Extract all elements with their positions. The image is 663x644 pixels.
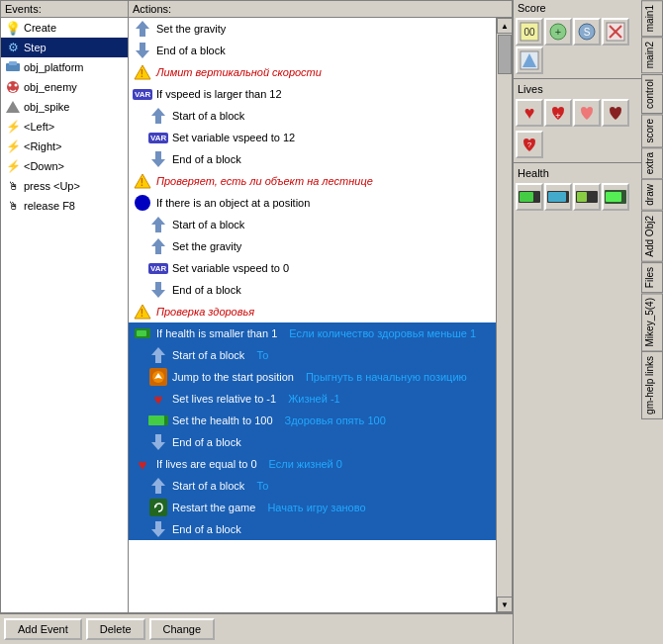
tab-extra[interactable]: extra — [641, 147, 663, 179]
action-comment-set-health: Здоровья опять 100 — [285, 414, 386, 426]
action-start-block4[interactable]: Start of a block То — [129, 475, 496, 497]
score-icon5[interactable] — [516, 46, 543, 74]
action-end-block2[interactable]: End of a block — [129, 148, 496, 170]
right-sidebar: Score 00 + S — [513, 0, 641, 644]
lives-icons-row: ♥ + — [514, 97, 641, 129]
svg-point-4 — [15, 84, 18, 87]
tab-main1[interactable]: main1 — [641, 0, 663, 37]
event-label-right: <Right> — [24, 140, 62, 152]
action-set-var-vspeed12[interactable]: VAR Set variable vspeed to 12 — [129, 127, 496, 148]
action-set-health[interactable]: Set the health to 100 Здоровья опять 100 — [129, 410, 496, 431]
circle-icon1 — [133, 193, 152, 213]
score-icons-row: 00 + S — [514, 16, 641, 76]
event-label-down: <Down> — [24, 160, 64, 172]
event-item-down[interactable]: ⚡ <Down> — [1, 156, 128, 176]
tab-score[interactable]: score — [641, 114, 663, 147]
actions-scrollbar[interactable]: ▲ ▼ — [496, 18, 512, 612]
score-icon1[interactable]: 00 — [516, 18, 543, 46]
action-end-block4[interactable]: End of a block — [129, 431, 496, 453]
health-icon2[interactable] — [544, 183, 572, 211]
action-set-var-vspeed0[interactable]: VAR Set variable vspeed to 0 — [129, 257, 496, 279]
svg-rect-25 — [148, 415, 164, 425]
svg-rect-47 — [548, 192, 566, 202]
action-set-lives[interactable]: ♥ Set lives relative to -1 Жизней -1 — [129, 388, 496, 410]
var-icon1: VAR — [133, 84, 152, 104]
action-if-lives[interactable]: ♥ If lives are equal to 0 Если жизней 0 — [129, 453, 496, 475]
tab-draw[interactable]: draw — [641, 179, 663, 211]
scroll-up-btn[interactable]: ▲ — [497, 18, 512, 34]
event-item-right[interactable]: ⚡ <Right> — [1, 137, 128, 156]
action-comment-health: ! Проверка здоровья — [129, 301, 496, 322]
tab-gm-help[interactable]: gm-help links — [641, 351, 663, 419]
event-item-spike[interactable]: obj_spike — [1, 97, 128, 117]
gravity-icon — [133, 19, 152, 39]
score-icon2[interactable]: + — [544, 18, 572, 46]
warning-icon1: ! — [133, 62, 152, 82]
action-if-vspeed[interactable]: VAR If vspeed is larger than 12 — [129, 83, 496, 105]
events-list[interactable]: 💡 Create ⚙ Step obj_platform — [1, 18, 128, 612]
tab-files[interactable]: Files — [641, 262, 663, 293]
event-item-enemy[interactable]: obj_enemy — [1, 77, 128, 97]
add-event-button[interactable]: Add Event — [4, 618, 82, 640]
score-icon3[interactable]: S — [573, 18, 601, 46]
svg-marker-5 — [6, 101, 20, 113]
action-comment-jump: Прыгнуть в начальную позицию — [306, 371, 467, 383]
action-jump-start[interactable]: Jump to the start position Прыгнуть в на… — [129, 366, 496, 388]
action-text-set-health: Set the health to 100 — [172, 414, 273, 426]
action-start-block2[interactable]: Start of a block — [129, 214, 496, 235]
action-if-object[interactable]: If there is an object at a position — [129, 192, 496, 214]
action-end-block3[interactable]: End of a block — [129, 279, 496, 301]
event-item-release-f8[interactable]: 🖱 release F8 — [1, 196, 128, 216]
lives-icon1[interactable]: ♥ — [516, 99, 543, 127]
event-item-create[interactable]: 💡 Create — [1, 18, 128, 38]
score-icon4[interactable] — [602, 18, 629, 46]
event-label-create: Create — [24, 22, 56, 34]
divider1 — [514, 78, 641, 79]
delete-button[interactable]: Delete — [86, 618, 145, 640]
event-item-step[interactable]: ⚙ Step — [1, 38, 128, 57]
event-item-platform[interactable]: obj_platform — [1, 57, 128, 77]
tab-control[interactable]: control — [641, 74, 663, 114]
scroll-down-btn[interactable]: ▼ — [497, 597, 512, 612]
lives-icon3[interactable] — [573, 99, 601, 127]
action-if-health[interactable]: If health is smaller than 1 Если количес… — [129, 322, 496, 344]
action-text-end-block2: End of a block — [172, 153, 241, 165]
comment-ladder-text: Проверяет, есть ли объект на лестнице — [156, 175, 373, 187]
lives-label: Lives — [514, 81, 641, 97]
event-item-press-up[interactable]: 🖱 press <Up> — [1, 176, 128, 196]
svg-text:?: ? — [527, 140, 532, 149]
lives-icon2[interactable]: + — [544, 99, 572, 127]
restart-icon — [148, 498, 168, 517]
lives-icons-row2: ? — [514, 129, 641, 160]
action-set-gravity2[interactable]: Set the gravity — [129, 235, 496, 257]
action-start-block3[interactable]: Start of a block То — [129, 344, 496, 366]
scroll-thumb[interactable] — [498, 35, 512, 74]
tab-add-obj2[interactable]: Add Obj2 — [641, 211, 663, 262]
action-text-set-var-vspeed0: Set variable vspeed to 0 — [172, 262, 289, 274]
action-end-block5[interactable]: End of a block — [129, 518, 496, 540]
block-end-icon1 — [133, 41, 152, 60]
svg-text:!: ! — [141, 308, 143, 319]
action-start-block1[interactable]: Start of a block — [129, 105, 496, 127]
event-item-left[interactable]: ⚡ <Left> — [1, 117, 128, 137]
tab-main2[interactable]: main2 — [641, 37, 663, 73]
event-label-enemy: obj_enemy — [24, 81, 77, 93]
change-button[interactable]: Change — [149, 618, 216, 640]
svg-marker-6 — [136, 21, 149, 37]
actions-inner[interactable]: Set the gravity End of a block — [129, 18, 496, 612]
svg-marker-30 — [151, 521, 165, 537]
tab-mikey[interactable]: Mikey_5(4) — [641, 293, 663, 351]
action-set-gravity[interactable]: Set the gravity — [129, 18, 496, 40]
action-text-end-block5: End of a block — [172, 523, 241, 535]
health-icon3[interactable] — [573, 183, 601, 211]
lives-icon4[interactable] — [602, 99, 629, 127]
events-header: Events: — [1, 1, 128, 18]
release-icon: 🖱 — [5, 198, 21, 214]
scroll-track[interactable] — [497, 34, 512, 597]
health-icon4[interactable] — [602, 183, 629, 211]
action-end-block1[interactable]: End of a block — [129, 40, 496, 61]
health-icon1[interactable] — [516, 183, 543, 211]
action-restart[interactable]: Restart the game Начать игру заново — [129, 497, 496, 518]
block-end-icon5 — [148, 519, 168, 539]
lives-icon5[interactable]: ? — [516, 131, 543, 158]
